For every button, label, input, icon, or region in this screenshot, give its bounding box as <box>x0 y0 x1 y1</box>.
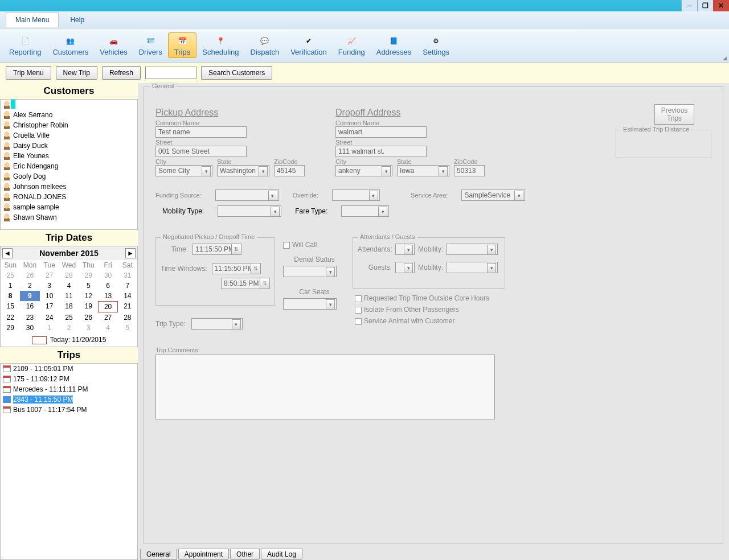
toolbar-scheduling[interactable]: 📍Scheduling <box>196 33 244 57</box>
minimize-button[interactable]: ─ <box>681 0 697 11</box>
calendar-day[interactable]: 4 <box>59 281 79 291</box>
customers-list[interactable]: Alex SerranoChristopher RobinCruella Vil… <box>0 99 138 230</box>
calendar-day[interactable]: 15 <box>1 301 20 312</box>
time-input[interactable]: 11:15:50 PM <box>193 244 241 255</box>
pickup-zip-input[interactable]: 45145 <box>274 165 305 176</box>
attendants-mobility-select[interactable] <box>447 244 498 255</box>
customer-item[interactable]: Alex Serrano <box>1 110 137 120</box>
customer-item[interactable]: Elie Younes <box>1 151 137 161</box>
willcall-checkbox[interactable] <box>283 242 290 249</box>
calendar-day[interactable]: 27 <box>40 270 59 281</box>
calendar-day[interactable]: 17 <box>40 301 59 312</box>
funding-source-select[interactable] <box>215 190 279 201</box>
calendar-day[interactable]: 30 <box>98 270 117 281</box>
calendar-day[interactable]: 9 <box>20 291 39 301</box>
calendar-day[interactable]: 13 <box>98 291 117 301</box>
toolbar-verification[interactable]: ✔Verification <box>285 33 333 57</box>
calendar-day[interactable]: 19 <box>79 301 98 312</box>
calendar-day[interactable]: 2 <box>20 281 39 291</box>
trip-item[interactable]: 2843 - 11:15:50 PM <box>1 394 137 405</box>
customer-item[interactable]: Cruella Ville <box>1 130 137 141</box>
guests-select[interactable] <box>395 262 415 273</box>
customer-item[interactable]: Johnson melkees <box>1 182 137 192</box>
calendar-day[interactable]: 5 <box>118 323 137 333</box>
calendar-day[interactable]: 16 <box>20 301 39 312</box>
trip-item[interactable]: 175 - 11:09:12 PM <box>1 374 137 384</box>
calendar-day[interactable]: 25 <box>59 312 79 323</box>
calendar-day[interactable]: 27 <box>98 312 117 323</box>
dropoff-city-select[interactable]: ankeny <box>335 165 392 176</box>
override-select[interactable] <box>332 190 380 201</box>
mobility-type-select[interactable] <box>218 205 281 217</box>
calendar-day[interactable]: 4 <box>98 323 117 333</box>
toolbar-trips[interactable]: 📅Trips <box>168 32 196 58</box>
calendar-next-button[interactable]: ► <box>125 248 136 258</box>
trip-item[interactable]: Bus 1007 - 11:17:54 PM <box>1 405 137 415</box>
close-button[interactable]: ✕ <box>713 0 729 11</box>
toolbar-reporting[interactable]: 📄Reporting <box>3 33 47 57</box>
toolbar-funding[interactable]: 📈Funding <box>333 33 371 57</box>
calendar-day[interactable]: 14 <box>118 291 137 301</box>
previous-trips-button[interactable]: Previous Trips <box>654 104 694 125</box>
attendants-select[interactable] <box>395 244 415 255</box>
isolate-passengers-checkbox[interactable] <box>355 307 362 314</box>
time-window-2-input[interactable]: 8:50:15 PM <box>221 278 270 289</box>
customer-item[interactable]: Goofy Dog <box>1 171 137 182</box>
refresh-button[interactable]: Refresh <box>102 66 141 80</box>
pickup-city-select[interactable]: Some City <box>155 165 212 176</box>
calendar-day[interactable]: 31 <box>118 270 137 281</box>
customer-item[interactable]: Daisy Duck <box>1 141 137 151</box>
toolbar-customers[interactable]: 👥Customers <box>47 33 94 57</box>
customer-item[interactable] <box>1 100 137 110</box>
toolbar-settings[interactable]: ⚙Settings <box>417 33 455 57</box>
trip-item[interactable]: 2109 - 11:05:01 PM <box>1 364 137 374</box>
calendar-day[interactable]: 28 <box>59 270 79 281</box>
calendar-day[interactable]: 29 <box>79 270 98 281</box>
toolbar-addresses[interactable]: 📘Addresses <box>371 33 417 57</box>
toolbar-dispatch[interactable]: 💬Dispatch <box>245 33 285 57</box>
fare-type-select[interactable] <box>341 205 389 217</box>
customer-item[interactable]: Shawn Shawn <box>1 212 137 223</box>
pickup-common-input[interactable]: Test name <box>155 126 247 138</box>
search-input[interactable] <box>145 67 196 79</box>
customer-item[interactable]: Christopher Robin <box>1 120 137 130</box>
new-trip-button[interactable]: New Trip <box>56 66 97 80</box>
calendar-day[interactable]: 20 <box>98 301 117 312</box>
calendar-day[interactable]: 6 <box>98 281 117 291</box>
guests-mobility-select[interactable] <box>447 262 498 273</box>
customer-item[interactable]: sample sample <box>1 202 137 212</box>
calendar-day[interactable]: 23 <box>20 312 39 323</box>
dropoff-common-input[interactable]: walmart <box>335 126 427 138</box>
comments-textarea[interactable] <box>155 355 495 419</box>
calendar-day[interactable]: 3 <box>79 323 98 333</box>
menu-help[interactable]: Help <box>61 13 93 27</box>
calendar-day[interactable]: 29 <box>1 323 20 333</box>
calendar-day[interactable]: 18 <box>59 301 79 312</box>
bottom-tab-audit-log[interactable]: Audit Log <box>261 549 302 560</box>
calendar-day[interactable]: 12 <box>79 291 98 301</box>
pickup-street-input[interactable]: 001 Some Street <box>155 146 247 157</box>
calendar-day[interactable]: 30 <box>20 323 39 333</box>
calendar-day[interactable]: 28 <box>118 312 137 323</box>
toolbar-drivers[interactable]: 🪪Drivers <box>133 33 168 57</box>
bottom-tab-other[interactable]: Other <box>230 549 260 560</box>
calendar-day[interactable]: 1 <box>40 323 59 333</box>
calendar-day[interactable]: 10 <box>40 291 59 301</box>
trip-item[interactable]: Mercedes - 11:11:11 PM <box>1 384 137 394</box>
outside-core-hours-checkbox[interactable] <box>355 295 362 302</box>
calendar-day[interactable]: 26 <box>79 312 98 323</box>
pickup-state-select[interactable]: Washington <box>217 165 269 176</box>
toolbar-vehicles[interactable]: 🚗Vehicles <box>94 33 133 57</box>
service-area-select[interactable]: SampleService <box>461 190 525 201</box>
calendar-day[interactable]: 2 <box>59 323 79 333</box>
customer-item[interactable]: Eric Ndengang <box>1 161 137 171</box>
calendar-day[interactable]: 26 <box>20 270 39 281</box>
time-window-1-input[interactable]: 11:15:50 PM <box>212 263 261 274</box>
calendar-day[interactable]: 3 <box>40 281 59 291</box>
calendar-day[interactable]: 11 <box>59 291 79 301</box>
dropoff-street-input[interactable]: 111 walmart st. <box>335 146 427 157</box>
calendar-day[interactable]: 21 <box>118 301 137 312</box>
calendar-day[interactable]: 22 <box>1 312 20 323</box>
bottom-tab-appointment[interactable]: Appointment <box>178 549 229 560</box>
calendar-day[interactable]: 25 <box>1 270 20 281</box>
